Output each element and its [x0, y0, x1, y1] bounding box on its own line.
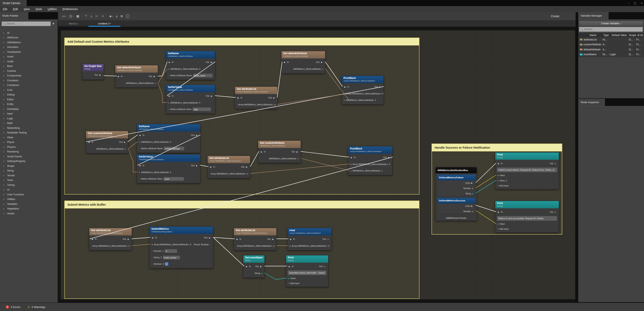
exec-out-pin[interactable]: ▶ [124, 141, 126, 143]
palette-item-input[interactable]: ▸Input [0, 111, 58, 116]
menu-item-edit[interactable]: Edit [10, 6, 21, 12]
variable-search-input[interactable]: Search... [579, 27, 643, 32]
print-buffer[interactable]: PrintDebug▶ InOut ▷Submitted metrics wit… [286, 255, 328, 287]
expand-arrow-icon[interactable]: ▸ [4, 60, 7, 62]
pin-value-input[interactable]: value [164, 177, 184, 181]
data-pin[interactable]: ○ [152, 263, 153, 265]
data-pin[interactable]: ● [497, 174, 498, 177]
menu-item-file[interactable]: File [0, 6, 10, 12]
exec-out-pin[interactable]: ▶ [246, 166, 248, 168]
data-pin[interactable]: ■ [350, 163, 352, 165]
data-pin[interactable]: ● [497, 180, 498, 182]
create-button[interactable]: Create [549, 12, 562, 20]
disable-nodes-icon[interactable]: ≣ [119, 13, 124, 19]
variable-row-eventname[interactable]: eventNameSt...LoginG...Fr... [578, 52, 644, 57]
palette-item-render[interactable]: ▸render [0, 211, 58, 216]
print-success[interactable]: PrintDebug▶ InOut ▷Metrics is sent succe… [495, 201, 559, 233]
pin-value-input[interactable]: script_canvas [163, 256, 180, 259]
exec-out-pin[interactable]: ▶ [471, 182, 473, 184]
clear[interactable]: clearArray<AWSMetrics_MetricsAttribute>▶… [287, 228, 332, 250]
exec-out-pin[interactable]: ▷ [555, 163, 556, 165]
warnings-status[interactable]: ⚠ 0 Warnings [27, 305, 45, 309]
exec-out-pin[interactable]: ▶ [379, 86, 381, 88]
expand-arrow-icon[interactable]: ▸ [4, 117, 7, 119]
expand-arrow-icon[interactable]: ▸ [4, 136, 7, 139]
palette-item-user-functions[interactable]: ▸User Functions [0, 192, 58, 197]
data-pin[interactable]: ■ [274, 103, 275, 106]
expand-arrow-icon[interactable]: ▸ [4, 122, 7, 124]
expand-arrow-icon[interactable]: ▸ [4, 155, 7, 158]
print-failure[interactable]: PrintDebug▶ InOut ▷Failed to send metric… [495, 152, 559, 189]
expand-arrow-icon[interactable]: ▸ [4, 32, 7, 34]
exec-in-pin[interactable]: ▶ [261, 151, 262, 153]
data-pin[interactable]: ● [298, 158, 299, 160]
get-attribute-list-b2[interactable]: Get attributeListArray<AWSMetrics_Metric… [234, 228, 276, 250]
palette-item-settingsregistry[interactable]: ▸SettingsRegistry [0, 159, 58, 164]
add-input-button[interactable]: + Add Input [288, 282, 299, 285]
exec-out-pin[interactable]: ▶ [388, 157, 390, 159]
snap-selection-icon[interactable]: ▦ [75, 13, 80, 19]
palette-item-utilities[interactable]: ▸Utilities [0, 197, 58, 202]
expand-arrow-icon[interactable]: ▸ [4, 141, 7, 143]
expand-arrow-icon[interactable]: ▸ [4, 132, 7, 134]
data-pin[interactable]: ○ [168, 108, 169, 110]
comment-icon[interactable]: ▭▾ [61, 13, 68, 19]
data-pin[interactable]: ● [288, 277, 289, 280]
palette-item-tests[interactable]: ▸Tests [0, 178, 58, 183]
expand-arrow-icon[interactable]: ▸ [4, 146, 7, 148]
palette-item-awsmetrics[interactable]: ▸AWSMetrics [0, 40, 58, 45]
data-pin[interactable]: ● [154, 82, 156, 84]
data-pin[interactable]: ■ [247, 173, 248, 175]
add-input-button[interactable]: + Add Input [498, 228, 508, 230]
exec-in-pin[interactable]: ▶ [140, 134, 141, 136]
data-pin[interactable]: ■ [128, 245, 130, 247]
align-top-icon[interactable]: ⊤ [83, 13, 89, 19]
palette-item-containers[interactable]: ▸Containers [0, 83, 58, 88]
expand-arrow-icon[interactable]: ▸ [4, 198, 7, 200]
push-back-2[interactable]: PushBackArray<AWSMetrics_MetricsAttribut… [348, 146, 392, 175]
expand-arrow-icon[interactable]: ▸ [4, 46, 7, 48]
data-pin[interactable]: ■ [344, 93, 345, 95]
align-bottom-icon[interactable]: ⊥ [89, 13, 94, 19]
data-pin[interactable]: ● [261, 272, 262, 274]
expand-arrow-icon[interactable]: ▸ [4, 208, 7, 210]
expand-arrow-icon[interactable]: ▸ [4, 98, 7, 100]
expand-arrow-icon[interactable]: ▸ [4, 65, 7, 67]
palette-item-camera[interactable]: ▸Camera [0, 68, 58, 73]
exec-out-pin[interactable]: ▶ [154, 75, 155, 77]
expand-arrow-icon[interactable]: ▸ [4, 184, 7, 186]
expand-arrow-icon[interactable]: ▸ [4, 89, 7, 91]
node-inspector-tab[interactable]: Node Inspector [578, 99, 605, 106]
get-event-name[interactable]: Get eventNameString▶ InOut ▶String ● [243, 255, 265, 278]
pin-value-input[interactable]: 0 [165, 249, 177, 253]
expand-arrow-icon[interactable]: ▸ [4, 165, 7, 167]
exec-in-pin[interactable]: ▶ [169, 95, 170, 97]
expand-arrow-icon[interactable]: ▸ [4, 151, 7, 153]
palette-item-awscore[interactable]: ▸AWSCore [0, 35, 58, 40]
data-pin[interactable]: ● [139, 141, 140, 143]
exec-in-pin[interactable]: ▶ [92, 238, 93, 240]
enable-nodes-icon[interactable]: ≡ [114, 13, 119, 19]
set-str-value-1[interactable]: SetStrValueAWSMetrics_MetricsAttribute▶ … [166, 85, 215, 114]
event-onsendmetricssuccess[interactable]: OnSendMetricsSuccess◷ Out ▶Number ● [437, 198, 476, 214]
exec-out-pin[interactable]: ▶ [196, 134, 198, 136]
graph-surface[interactable]: Add Default and Custom Metrics Attribute… [61, 30, 575, 299]
exec-out-pin[interactable]: ▶ [321, 61, 322, 63]
exec-out-pin[interactable]: ▷ [328, 238, 329, 240]
node-palette-tab[interactable]: Node Palette [0, 12, 28, 19]
exec-out-pin[interactable]: ▶ [273, 97, 275, 99]
palette-item-timing[interactable]: ▸Timing [0, 183, 58, 187]
exec-in-pin[interactable]: ▶ [246, 266, 248, 268]
print-format-input[interactable]: Metrics is sent successfully. Request ID… [497, 216, 557, 221]
expand-arrow-icon[interactable]: ▸ [4, 179, 7, 181]
palette-item-networking[interactable]: ▸Networking [0, 126, 58, 130]
palette-item-logic[interactable]: ▸Logic [0, 116, 58, 121]
tab-metrics[interactable]: Metrics [58, 20, 88, 27]
validate-graph-icon[interactable]: ✓ [124, 13, 131, 19]
exec-in-pin[interactable]: ▶ [236, 238, 238, 240]
set-name-1[interactable]: SetNameAWSMetrics_MetricsAttribute▶ InOu… [166, 51, 215, 80]
expand-arrow-icon[interactable]: ▸ [4, 79, 7, 81]
push-back-1[interactable]: PushBackArray<AWSMetrics_MetricsAttribut… [342, 76, 384, 105]
exec-out-pin[interactable]: ▷ [324, 266, 326, 268]
pin-value-input[interactable]: event_name [193, 74, 212, 77]
